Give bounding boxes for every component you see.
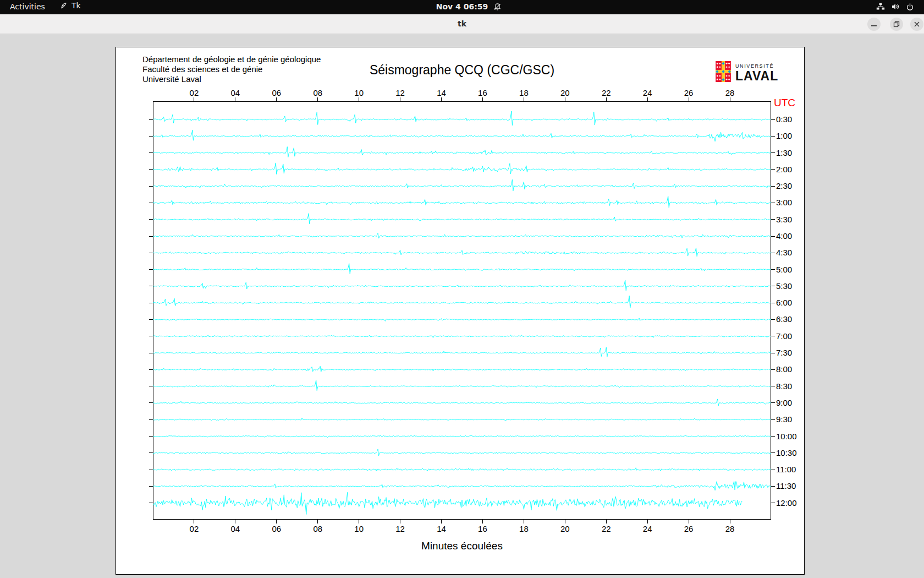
x-tick-label: 04	[224, 524, 246, 533]
x-tick-label: 06	[266, 88, 288, 97]
x-tick-label: 08	[307, 88, 329, 97]
row-tick	[771, 152, 775, 153]
row-tick	[149, 470, 153, 470]
utc-time-label: 6:30	[776, 315, 792, 324]
utc-time-label: 2:30	[776, 182, 792, 190]
window-titlebar[interactable]: tk	[0, 14, 924, 34]
x-tick-label: 02	[183, 524, 205, 533]
utc-time-label: 1:00	[776, 132, 792, 140]
power-icon	[906, 3, 914, 13]
x-tick	[730, 97, 730, 101]
x-tick-label: 12	[389, 88, 411, 97]
row-tick	[771, 402, 775, 403]
utc-time-label: 0:30	[776, 115, 792, 124]
utc-time-label: 8:00	[776, 365, 792, 374]
utc-time-label: 10:30	[776, 449, 797, 457]
x-tick-label: 18	[513, 88, 535, 97]
row-tick	[149, 186, 153, 187]
x-tick	[524, 520, 524, 524]
row-tick	[149, 303, 153, 303]
x-tick	[400, 97, 400, 101]
x-tick	[606, 97, 607, 101]
x-tick-label: 02	[183, 88, 205, 97]
row-tick	[149, 419, 153, 420]
row-tick	[771, 353, 775, 353]
x-tick	[441, 97, 442, 101]
x-tick	[689, 97, 689, 101]
row-tick	[149, 236, 153, 237]
row-tick	[149, 203, 153, 203]
row-tick	[771, 436, 775, 437]
x-tick-label: 14	[431, 524, 453, 533]
x-tick-label: 26	[678, 88, 700, 97]
row-tick	[771, 203, 775, 203]
utc-time-label: 7:00	[776, 332, 792, 341]
logo-laval-text: LAVAL	[735, 69, 778, 84]
x-tick-label: 28	[719, 88, 741, 97]
clock-button[interactable]: Nov 4 06:59	[0, 2, 924, 11]
x-tick-label: 04	[224, 88, 246, 97]
utc-time-label: 11:00	[776, 465, 796, 474]
row-tick	[149, 152, 153, 153]
utc-time-label: 9:00	[776, 399, 792, 407]
utc-time-label: 4:00	[776, 232, 792, 241]
row-tick	[149, 452, 153, 453]
utc-time-label: 5:00	[776, 265, 792, 274]
utc-axis-label: UTC	[774, 97, 795, 109]
row-tick	[771, 419, 775, 420]
row-tick	[771, 236, 775, 237]
utc-time-label: 6:00	[776, 298, 792, 307]
row-tick	[149, 369, 153, 370]
x-tick	[359, 97, 359, 101]
row-tick	[771, 452, 775, 453]
x-tick-label: 22	[595, 524, 617, 533]
utc-time-label: 3:00	[776, 198, 792, 207]
x-tick-label: 08	[307, 524, 329, 533]
system-status-area[interactable]	[876, 2, 914, 13]
seismograph-canvas: Département de géologie et de génie géol…	[116, 47, 805, 575]
x-tick	[730, 520, 730, 524]
row-tick	[771, 119, 775, 120]
x-tick-label: 10	[348, 524, 370, 533]
row-tick	[149, 353, 153, 353]
x-tick	[317, 520, 318, 524]
x-tick	[194, 97, 194, 101]
row-tick	[771, 286, 775, 286]
wired-network-icon	[876, 2, 885, 13]
laval-crest-icon	[716, 61, 731, 84]
x-axis-title: Minutes écoulées	[153, 540, 771, 552]
row-tick	[149, 219, 153, 220]
x-tick	[194, 520, 194, 524]
row-tick	[771, 219, 775, 220]
row-tick	[771, 319, 775, 320]
x-tick-label: 18	[513, 524, 535, 533]
row-tick	[149, 336, 153, 336]
x-tick	[317, 97, 318, 101]
x-tick	[482, 97, 483, 101]
minimize-button[interactable]	[867, 18, 881, 31]
row-tick	[149, 319, 153, 320]
x-tick	[441, 520, 442, 524]
row-tick	[149, 486, 153, 487]
top-bar: Activities Tk Nov 4 06:59	[0, 0, 924, 14]
row-tick	[149, 386, 153, 386]
maximize-button[interactable]	[890, 18, 903, 31]
x-tick-label: 12	[389, 524, 411, 533]
row-tick	[149, 503, 153, 503]
close-button[interactable]	[910, 18, 923, 31]
x-tick	[647, 520, 648, 524]
logo-universite-text: UNIVERSITÉ	[735, 63, 778, 69]
x-tick	[482, 520, 483, 524]
x-tick-label: 24	[636, 524, 658, 533]
row-tick	[771, 486, 775, 487]
row-tick	[149, 436, 153, 437]
x-tick-label: 26	[678, 524, 700, 533]
x-tick	[276, 520, 277, 524]
x-tick-label: 16	[471, 524, 493, 533]
utc-time-label: 5:30	[776, 282, 792, 291]
volume-icon	[891, 2, 900, 13]
row-tick	[149, 402, 153, 403]
plot-title: Séismographe QCQ (CGC/GSC)	[153, 63, 771, 78]
x-tick	[400, 520, 400, 524]
row-tick	[771, 253, 775, 253]
